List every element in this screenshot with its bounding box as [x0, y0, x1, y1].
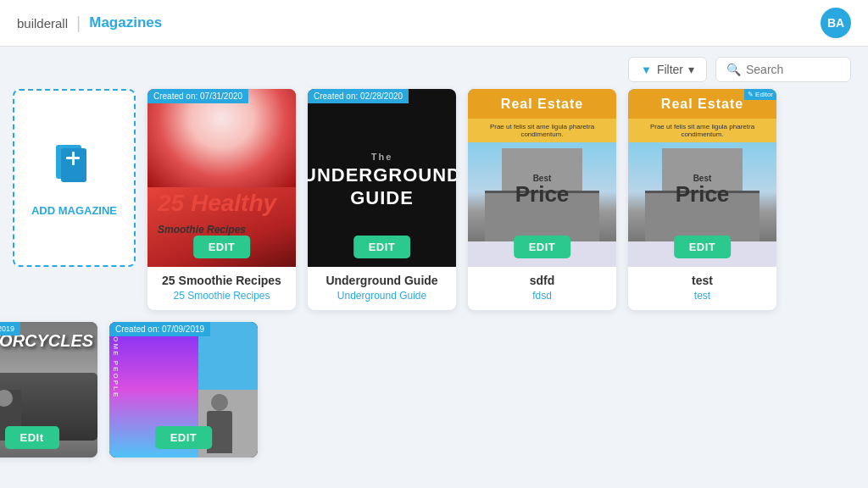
- add-magazine-card[interactable]: ADD MAGAZINE: [13, 89, 136, 267]
- magazine-subtitle-test: test: [637, 290, 768, 302]
- header: builderall | Magazines BA: [0, 0, 868, 47]
- magazine-title-smoothie: 25 Smoothie Recipes: [156, 274, 287, 287]
- date-badge-motorcycle: on: 07/30/2019: [0, 322, 20, 336]
- magazine-card-sdfd: Created on: 11/23/2019 Real Estate Prae …: [468, 89, 616, 310]
- magazine-info-underground: Underground Guide Underground Guide: [308, 267, 456, 310]
- search-box: 🔍: [715, 57, 851, 82]
- underground-text: The UNDERGROUNDGUIDE: [308, 147, 456, 209]
- edit-button-smoothie[interactable]: EDIT: [193, 236, 251, 258]
- search-icon: 🔍: [726, 63, 741, 76]
- magazine-title-test: test: [637, 274, 768, 287]
- magazine-card-motorcycle: on: 07/30/2019 magazine MOTORCYCLES EDIt: [0, 322, 97, 458]
- edit-button-test[interactable]: EDIT: [674, 236, 732, 258]
- avatar[interactable]: BA: [821, 8, 851, 38]
- magazine-subtitle-sdfd: fdsd: [476, 290, 608, 302]
- edit-button-motorcycle[interactable]: EDIt: [5, 426, 59, 449]
- magazine-card-smoothie: Created on: 07/31/2020 25 Healthy Smooth…: [147, 89, 296, 310]
- magazine-subtitle-underground: Underground Guide: [316, 290, 448, 302]
- filter-label: Filter: [657, 63, 683, 76]
- magazine-card-underground: Created on: 02/28/2020 The UNDERGROUNDGU…: [308, 89, 456, 310]
- search-input[interactable]: [746, 63, 840, 76]
- magazine-thumb-test: Created on: 11/22/2019 Real Estate Prae …: [628, 89, 776, 267]
- smoothie-text: 25 Healthy Smoothie Recipes: [151, 191, 292, 237]
- row-2: on: 07/30/2019 magazine MOTORCYCLES EDIt: [0, 322, 800, 458]
- content-area: ADD MAGAZINE Created on: 07/31/2020 25 H…: [0, 89, 868, 458]
- date-badge-smoothie: Created on: 07/31/2020: [147, 89, 248, 103]
- magazine-card-abstract: Created on: 07/09/2019 SOME PEOPLE: [109, 322, 258, 458]
- magazine-title-underground: Underground Guide: [316, 274, 448, 287]
- date-badge-underground: Created on: 02/28/2020: [308, 89, 409, 103]
- magazine-info-smoothie: 25 Smoothie Recipes 25 Smoothie Recipes: [147, 267, 296, 310]
- magazine-thumb-underground: Created on: 02/28/2020 The UNDERGROUNDGU…: [308, 89, 456, 267]
- edit-button-underground[interactable]: EDIT: [353, 236, 411, 258]
- filter-button[interactable]: ▼ Filter ▾: [628, 57, 707, 82]
- edit-button-abstract[interactable]: EDIT: [155, 426, 213, 449]
- add-magazine-icon: [49, 140, 100, 197]
- filter-icon: ▼: [641, 64, 652, 76]
- magazine-info-sdfd: sdfd fdsd: [468, 267, 616, 310]
- magazine-info-test: test test: [628, 267, 776, 310]
- edit-button-sdfd[interactable]: EDIT: [514, 236, 571, 258]
- filter-caret: ▾: [688, 63, 694, 76]
- magazine-thumb-sdfd: Created on: 11/23/2019 Real Estate Prae …: [468, 89, 616, 267]
- magazine-title-sdfd: sdfd: [476, 274, 608, 287]
- svg-rect-3: [72, 152, 75, 165]
- magazine-thumb-abstract: Created on: 07/09/2019 SOME PEOPLE: [109, 322, 258, 458]
- header-divider: |: [76, 14, 81, 33]
- magazine-thumb-smoothie: Created on: 07/31/2020 25 Healthy Smooth…: [147, 89, 296, 267]
- magazine-thumb-motorcycle: on: 07/30/2019 magazine MOTORCYCLES EDIt: [0, 322, 97, 458]
- toolbar: ▼ Filter ▾ 🔍: [0, 47, 868, 89]
- header-logo: builderall: [17, 16, 68, 30]
- add-magazine-label: ADD MAGAZINE: [31, 204, 117, 217]
- header-title: Magazines: [89, 14, 162, 31]
- date-badge-abstract: Created on: 07/09/2019: [109, 322, 210, 336]
- magazine-subtitle-smoothie: 25 Smoothie Recipes: [156, 290, 287, 302]
- magazine-card-test: Created on: 11/22/2019 Real Estate Prae …: [628, 89, 776, 310]
